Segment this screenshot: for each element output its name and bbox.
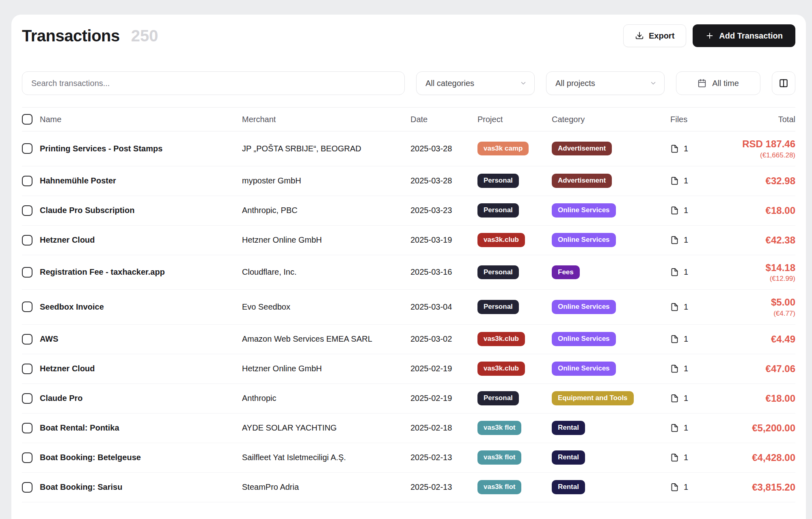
projects-filter[interactable]: All projects [546,71,665,95]
table-row[interactable]: Boat Booking: Betelgeuse Sailfleet Yat I… [22,443,795,473]
project-cell: vas3k.club [477,233,552,247]
total-amount: €4.49 [722,332,795,346]
project-cell: Personal [477,265,552,279]
row-checkbox[interactable] [22,452,32,463]
file-icon [670,267,679,277]
total-cell: €4,428.00 [722,451,795,465]
export-button-label: Export [649,31,674,41]
file-icon [670,144,679,153]
row-checkbox[interactable] [22,334,32,345]
project-cell: vas3k flot [477,480,552,494]
transaction-name: Registration Fee - taxhacker.app [40,267,242,277]
category-badge: Online Services [552,300,616,314]
table-row[interactable]: Hahnemühle Poster myposter GmbH 2025-03-… [22,166,795,196]
category-badge: Rental [552,480,585,494]
transaction-date: 2025-02-19 [410,364,477,373]
files-cell: 1 [670,423,722,433]
transaction-merchant: Hetzner Online GmbH [242,364,410,373]
total-converted: (€1,665.28) [722,151,795,160]
transaction-date: 2025-03-04 [410,302,477,312]
transactions-card: Transactions 250 Export Add Transaction … [11,15,806,519]
category-badge: Equipment and Tools [552,391,634,405]
table-row[interactable]: Registration Fee - taxhacker.app Cloudfl… [22,255,795,290]
projects-filter-value: All projects [555,79,595,88]
row-checkbox[interactable] [22,235,32,246]
row-checkbox[interactable] [22,301,32,312]
transaction-date: 2025-03-28 [410,176,477,185]
project-cell: vas3k.club [477,362,552,375]
time-filter[interactable]: All time [676,71,760,95]
column-settings-button[interactable] [772,71,795,95]
transaction-date: 2025-02-19 [410,394,477,403]
file-icon [670,176,679,185]
files-cell: 1 [670,206,722,215]
file-count: 1 [684,302,688,312]
header-merchant: Merchant [242,115,410,124]
table-row[interactable]: Boat Rental: Pontika AYDE SOLAR YACHTING… [22,413,795,443]
category-cell: Fees [552,265,670,279]
project-cell: vas3k camp [477,142,552,155]
row-checkbox[interactable] [22,267,32,278]
table-row[interactable]: Claude Pro Subscription Anthropic, PBC 2… [22,196,795,226]
file-icon [670,334,679,344]
transaction-name: Printing Services - Post Stamps [40,144,242,153]
file-icon [670,423,679,433]
table-row[interactable]: AWS Amazon Web Services EMEA SARL 2025-0… [22,325,795,354]
row-checkbox[interactable] [22,423,32,433]
header-total: Total [722,115,795,124]
row-checkbox[interactable] [22,176,32,186]
file-icon [670,453,679,462]
row-checkbox[interactable] [22,393,32,404]
file-icon [670,364,679,373]
table-row[interactable]: Boat Booking: Sarisu SteamPro Adria 2025… [22,473,795,502]
total-amount: €42.38 [722,233,795,247]
total-amount: $14.18 [722,261,795,275]
project-cell: Personal [477,391,552,405]
select-all-checkbox[interactable] [22,114,32,125]
total-amount: €3,815.20 [722,480,795,494]
table-body: Printing Services - Post Stamps JP „POŠT… [22,131,795,502]
row-checkbox[interactable] [22,205,32,216]
transaction-date: 2025-03-02 [410,334,477,344]
header-files: Files [670,115,722,124]
row-checkbox[interactable] [22,364,32,374]
category-badge: Rental [552,450,585,464]
transaction-count: 250 [131,27,158,45]
table-row[interactable]: Claude Pro Anthropic 2025-02-19 Personal… [22,384,795,413]
file-count: 1 [684,267,688,277]
project-cell: vas3k flot [477,450,552,464]
category-cell: Online Services [552,203,670,217]
filter-bar: All categories All projects All time [22,71,795,95]
categories-filter[interactable]: All categories [416,71,535,95]
total-cell: €32.98 [722,174,795,188]
project-cell: Personal [477,174,552,187]
category-badge: Online Services [552,203,616,217]
row-checkbox[interactable] [22,482,32,493]
total-cell: €18.00 [722,392,795,405]
table-row[interactable]: Hetzner Cloud Hetzner Online GmbH 2025-0… [22,226,795,255]
transaction-date: 2025-03-23 [410,206,477,215]
total-cell: €4.49 [722,332,795,346]
transaction-name: Seedbox Invoice [40,302,242,312]
table-row[interactable]: Hetzner Cloud Hetzner Online GmbH 2025-0… [22,354,795,384]
transaction-merchant: JP „POŠTA SRBIJE“, BEOGRAD [242,144,410,153]
total-amount: RSD 187.46 [722,137,795,151]
files-cell: 1 [670,394,722,403]
file-icon [670,206,679,215]
add-transaction-button[interactable]: Add Transaction [693,24,795,47]
search-input[interactable] [22,71,405,95]
columns-icon [778,78,789,88]
project-badge: vas3k camp [477,142,529,155]
header-date: Date [410,115,477,124]
table-row[interactable]: Printing Services - Post Stamps JP „POŠT… [22,131,795,166]
project-badge: Personal [477,300,519,314]
category-cell: Online Services [552,332,670,346]
row-checkbox[interactable] [22,143,32,154]
export-button[interactable]: Export [623,24,686,47]
download-icon [635,31,644,40]
category-cell: Online Services [552,233,670,247]
file-count: 1 [684,364,688,373]
table-row[interactable]: Seedbox Invoice Evo Seedbox 2025-03-04 P… [22,290,795,325]
project-cell: vas3k.club [477,332,552,346]
category-cell: Rental [552,450,670,464]
